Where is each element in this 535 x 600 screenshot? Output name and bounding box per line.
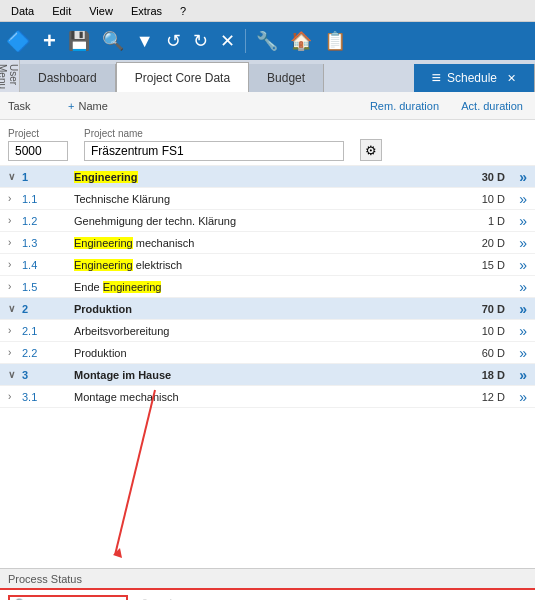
toolbar-home[interactable]: 🏠 bbox=[286, 28, 316, 54]
toolbar-cancel[interactable]: ✕ bbox=[216, 28, 239, 54]
search-box: 🔍 bbox=[8, 595, 128, 600]
menubar: Data Edit View Extras ? bbox=[0, 0, 535, 22]
task-dur-2: 70 D bbox=[459, 303, 509, 315]
col-act-header: Act. duration bbox=[447, 100, 527, 112]
task-arrow-3[interactable]: » bbox=[509, 367, 527, 383]
tab-close-icon[interactable]: ✕ bbox=[507, 72, 516, 85]
menu-help[interactable]: ? bbox=[177, 4, 189, 18]
menu-view[interactable]: View bbox=[86, 4, 116, 18]
sidebar-label: User Menu bbox=[0, 60, 20, 92]
task-dur-1-2: 1 D bbox=[459, 215, 509, 227]
toolbar-filter[interactable]: ▼ bbox=[132, 29, 158, 54]
search-up-arrow[interactable]: ⬆ bbox=[162, 596, 180, 600]
table-row[interactable]: › 1.3 Engineering mechanisch 20 D » bbox=[0, 232, 535, 254]
project-name-group: Project name bbox=[84, 128, 344, 161]
row-expand-3[interactable]: ∨ bbox=[8, 369, 22, 380]
table-row[interactable]: › 1.5 Ende Engineering » bbox=[0, 276, 535, 298]
task-arrow-1-3[interactable]: » bbox=[509, 235, 527, 251]
search-bar: 🔍 ⬇ ⬆ Aa ✏ Regular Expression bbox=[0, 588, 535, 600]
highlight-span: Engineering bbox=[74, 237, 133, 249]
col-name-header: Name bbox=[78, 100, 357, 112]
project-name-label: Project name bbox=[84, 128, 344, 139]
project-settings-icon[interactable]: ⚙ bbox=[360, 139, 382, 161]
project-info: Project Project name ⚙ bbox=[0, 120, 535, 166]
table-row[interactable]: › 1.1 Technische Klärung 10 D » bbox=[0, 188, 535, 210]
toolbar-undo[interactable]: ↺ bbox=[162, 28, 185, 54]
toolbar-settings[interactable]: 🔧 bbox=[252, 28, 282, 54]
search-down-arrow[interactable]: ⬇ bbox=[136, 596, 154, 600]
task-dur-2-1: 10 D bbox=[459, 325, 509, 337]
table-row[interactable]: ∨ 3 Montage im Hause 18 D » bbox=[0, 364, 535, 386]
hamburger-icon: ≡ bbox=[432, 69, 441, 87]
menu-data[interactable]: Data bbox=[8, 4, 37, 18]
task-arrow-1[interactable]: » bbox=[509, 169, 527, 185]
tab-schedule[interactable]: ≡ Schedule ✕ bbox=[414, 64, 535, 92]
row-expand-2-2[interactable]: › bbox=[8, 347, 22, 358]
row-expand-3-1[interactable]: › bbox=[8, 391, 22, 402]
task-id-1-5: 1.5 bbox=[22, 281, 74, 293]
table-row[interactable]: › 2.2 Produktion 60 D » bbox=[0, 342, 535, 364]
task-arrow-1-5[interactable]: » bbox=[509, 279, 527, 295]
project-number-input[interactable] bbox=[8, 141, 68, 161]
row-expand-1-4[interactable]: › bbox=[8, 259, 22, 270]
task-name-2-1: Arbeitsvorbereitung bbox=[74, 325, 459, 337]
toolbar-add[interactable]: + bbox=[39, 26, 60, 56]
task-id-2-2: 2.2 bbox=[22, 347, 74, 359]
task-name-2-2: Produktion bbox=[74, 347, 459, 359]
row-expand-1-3[interactable]: › bbox=[8, 237, 22, 248]
task-arrow-1-2[interactable]: » bbox=[509, 213, 527, 229]
row-expand-2[interactable]: ∨ bbox=[8, 303, 22, 314]
task-id-3: 3 bbox=[22, 369, 74, 381]
main-layout: Task + Name Rem. duration Act. duration … bbox=[0, 92, 535, 568]
menu-edit[interactable]: Edit bbox=[49, 4, 74, 18]
table-row[interactable]: › 1.2 Genehmigung der techn. Klärung 1 D… bbox=[0, 210, 535, 232]
task-dur-1-3: 20 D bbox=[459, 237, 509, 249]
highlight-span: Engineering bbox=[74, 259, 133, 271]
table-row[interactable]: › 1.4 Engineering elektrisch 15 D » bbox=[0, 254, 535, 276]
task-arrow-2-2[interactable]: » bbox=[509, 345, 527, 361]
task-dur-3: 18 D bbox=[459, 369, 509, 381]
row-expand-1-2[interactable]: › bbox=[8, 215, 22, 226]
table-row[interactable]: › 3.1 Montage mechanisch 12 D » bbox=[0, 386, 535, 408]
task-id-1-1: 1.1 bbox=[22, 193, 74, 205]
task-name-3: Montage im Hause bbox=[74, 369, 459, 381]
tab-project-core-data[interactable]: Project Core Data bbox=[116, 62, 249, 92]
task-id-1-4: 1.4 bbox=[22, 259, 74, 271]
tab-dashboard[interactable]: Dashboard bbox=[20, 64, 116, 92]
table-row[interactable]: ∨ 2 Produktion 70 D » bbox=[0, 298, 535, 320]
tabs-container: User Menu Dashboard Project Core Data Bu… bbox=[0, 60, 535, 92]
task-name-1-5: Ende Engineering bbox=[74, 281, 459, 293]
col-rem-header: Rem. duration bbox=[357, 100, 447, 112]
col-add-button[interactable]: + bbox=[68, 100, 74, 112]
match-case-button[interactable]: Aa bbox=[188, 597, 213, 601]
task-arrow-2-1[interactable]: » bbox=[509, 323, 527, 339]
task-dur-1-1: 10 D bbox=[459, 193, 509, 205]
toolbar-clipboard[interactable]: 📋 bbox=[320, 28, 350, 54]
task-arrow-3-1[interactable]: » bbox=[509, 389, 527, 405]
menu-extras[interactable]: Extras bbox=[128, 4, 165, 18]
row-expand-1-5[interactable]: › bbox=[8, 281, 22, 292]
toolbar-save[interactable]: 💾 bbox=[64, 28, 94, 54]
task-dur-3-1: 12 D bbox=[459, 391, 509, 403]
task-arrow-1-4[interactable]: » bbox=[509, 257, 527, 273]
task-arrow-1-1[interactable]: » bbox=[509, 191, 527, 207]
task-arrow-2[interactable]: » bbox=[509, 301, 527, 317]
task-name-1-2: Genehmigung der techn. Klärung bbox=[74, 215, 459, 227]
task-dur-2-2: 60 D bbox=[459, 347, 509, 359]
table-row[interactable]: ∨ 1 Engineering 30 D » bbox=[0, 166, 535, 188]
app-logo: 🔷 bbox=[6, 29, 31, 53]
table-row[interactable]: › 2.1 Arbeitsvorbereitung 10 D » bbox=[0, 320, 535, 342]
row-expand-1-1[interactable]: › bbox=[8, 193, 22, 204]
row-expand-1[interactable]: ∨ bbox=[8, 171, 22, 182]
tab-budget[interactable]: Budget bbox=[249, 64, 324, 92]
toolbar-redo[interactable]: ↻ bbox=[189, 28, 212, 54]
row-expand-2-1[interactable]: › bbox=[8, 325, 22, 336]
toolbar: 🔷 + 💾 🔍 ▼ ↺ ↻ ✕ 🔧 🏠 📋 bbox=[0, 22, 535, 60]
task-name-2: Produktion bbox=[74, 303, 459, 315]
column-headers: Task + Name Rem. duration Act. duration bbox=[0, 92, 535, 120]
task-list: ∨ 1 Engineering 30 D » › 1.1 Technische … bbox=[0, 166, 535, 568]
tabs: Dashboard Project Core Data Budget ≡ Sch… bbox=[20, 60, 535, 92]
tab-schedule-label: Schedule bbox=[447, 71, 497, 85]
toolbar-search[interactable]: 🔍 bbox=[98, 28, 128, 54]
project-name-input[interactable] bbox=[84, 141, 344, 161]
